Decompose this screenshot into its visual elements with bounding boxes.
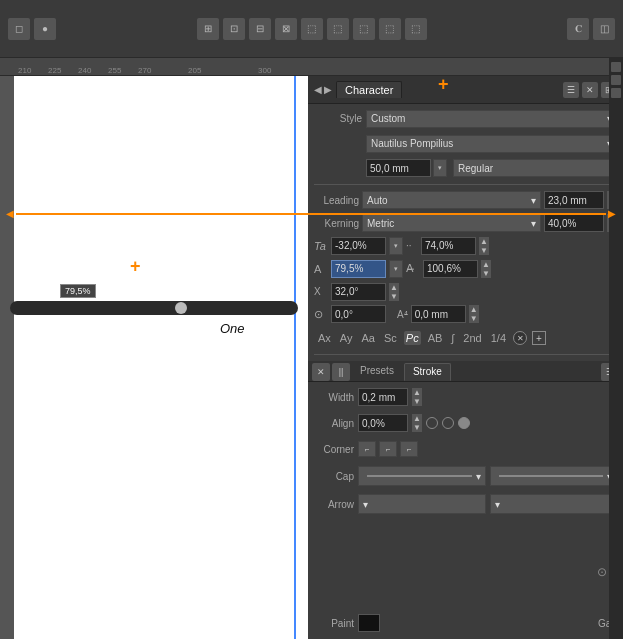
ab-icon[interactable]: AB: [426, 331, 445, 345]
leading-num-value: 23,0 mm: [548, 195, 587, 206]
toolbar-icon-10[interactable]: ⬚: [379, 18, 401, 40]
plus-square-icon[interactable]: +: [532, 331, 546, 345]
arrow-select-right[interactable]: ▾: [490, 494, 618, 514]
side-strip: [609, 58, 623, 639]
tab-presets[interactable]: Presets: [352, 363, 402, 381]
corner-icon-3[interactable]: ⌐: [400, 441, 418, 457]
tracking-spin-up[interactable]: ▲: [479, 237, 489, 246]
stroke-width-up[interactable]: ▲: [412, 388, 422, 397]
size-input[interactable]: 50,0 mm: [366, 159, 431, 177]
kerning-dropdown[interactable]: Metric ▾: [362, 214, 541, 232]
font-dropdown[interactable]: Nautilus Pompilius ▾: [366, 135, 617, 153]
corner-icon-2[interactable]: ⌐: [379, 441, 397, 457]
stroke-align-down[interactable]: ▼: [412, 423, 422, 432]
panel-icon-2[interactable]: ◫: [593, 18, 615, 40]
ax-icon[interactable]: Ax: [316, 331, 333, 345]
toolbar-icon-6[interactable]: ⊠: [275, 18, 297, 40]
kerning-num-input[interactable]: 40,0%: [544, 214, 604, 232]
corner-icon-1[interactable]: ⌐: [358, 441, 376, 457]
tracking-spinner[interactable]: ▲ ▼: [479, 237, 489, 255]
paint-swatch[interactable]: [358, 614, 380, 632]
pc-icon[interactable]: Pc: [404, 331, 421, 345]
stroke-width-spinner[interactable]: ▲ ▼: [412, 388, 422, 406]
slider-thumb[interactable]: [175, 302, 187, 314]
align-circle-3[interactable]: [458, 417, 470, 429]
style-dropdown[interactable]: Custom ▾: [366, 110, 617, 128]
width-dropdown-btn[interactable]: ▾: [389, 260, 403, 278]
baseline-spin-down[interactable]: ▼: [469, 314, 479, 323]
panel-nav-prev[interactable]: ◀: [314, 84, 322, 95]
toolbar-icon-11[interactable]: ⬚: [405, 18, 427, 40]
x-spin-down[interactable]: ▼: [389, 292, 399, 301]
sub-panel-icon2[interactable]: ||: [332, 363, 350, 381]
character-icon-bar: Ax Ay Aa Sc Pc AB ∫ 2nd 1/4 ✕ +: [314, 327, 617, 349]
baseline-spinner[interactable]: ▲ ▼: [469, 305, 479, 323]
width-spin-down[interactable]: ▼: [481, 269, 491, 278]
toolbar-icon-8[interactable]: ⬚: [327, 18, 349, 40]
panel-menu-icon[interactable]: ☰: [563, 82, 579, 98]
align-circle-2[interactable]: [442, 417, 454, 429]
leading-value: Auto: [367, 195, 388, 206]
toolbar-icon-2[interactable]: ●: [34, 18, 56, 40]
aa-icon[interactable]: Aa: [359, 331, 376, 345]
stroke-align-input[interactable]: [358, 414, 408, 432]
stroke-align-up[interactable]: ▲: [412, 414, 422, 423]
canvas-blue-line: [294, 76, 296, 639]
toolbar-icon-3[interactable]: ⊞: [197, 18, 219, 40]
2nd-icon[interactable]: 2nd: [461, 331, 483, 345]
leading-num-input[interactable]: 23,0 mm: [544, 191, 604, 209]
size-dropdown-btn[interactable]: ▾: [433, 159, 447, 177]
toolbar-icon-7[interactable]: ⬚: [301, 18, 323, 40]
side-btn-1[interactable]: [611, 62, 621, 72]
x-spinner[interactable]: ▲ ▼: [389, 283, 399, 301]
width-input[interactable]: 79,5%: [331, 260, 386, 278]
cap-select-left[interactable]: ▾: [358, 466, 486, 486]
width-spinner[interactable]: ▲ ▼: [481, 260, 491, 278]
stroke-align-row: Align ▲ ▼: [314, 412, 617, 434]
tracking-input[interactable]: -32,0%: [331, 237, 386, 255]
x-input[interactable]: 32,0°: [331, 283, 386, 301]
style-variant-dropdown[interactable]: Regular: [453, 159, 617, 177]
panel-close-icon[interactable]: ✕: [582, 82, 598, 98]
baseline-spin-up[interactable]: ▲: [469, 305, 479, 314]
side-btn-3[interactable]: [611, 88, 621, 98]
integral-icon[interactable]: ∫: [449, 331, 456, 345]
width-spin-up[interactable]: ▲: [481, 260, 491, 269]
leading-dropdown[interactable]: Auto ▾: [362, 191, 541, 209]
toolbar-icon-4[interactable]: ⊡: [223, 18, 245, 40]
tab-stroke[interactable]: Stroke: [404, 363, 451, 381]
character-panel-toggle[interactable]: 𝐂: [567, 18, 589, 40]
side-btn-2[interactable]: [611, 75, 621, 85]
baseline-input[interactable]: 0,0 mm: [411, 305, 466, 323]
stroke-width-down[interactable]: ▼: [412, 397, 422, 406]
x-circle-icon[interactable]: ✕: [513, 331, 527, 345]
arrow-select-left[interactable]: ▾: [358, 494, 486, 514]
x-spin-up[interactable]: ▲: [389, 283, 399, 292]
panel-area: ◀ ▶ Character ☰ ✕ ⊞ Style Custom ▾: [308, 76, 623, 639]
tracking-spin-down[interactable]: ▼: [479, 246, 489, 255]
cap-dropdown-arrow-left: ▾: [476, 471, 481, 482]
tracking-num-input[interactable]: 74,0%: [421, 237, 476, 255]
slider-bar[interactable]: [10, 301, 298, 315]
canvas-text-one: One: [220, 321, 245, 336]
sub-panel-icon[interactable]: ✕: [312, 363, 330, 381]
fraction-icon[interactable]: 1/4: [489, 331, 508, 345]
sc-icon[interactable]: Sc: [382, 331, 399, 345]
tracking-dropdown-btn[interactable]: ▾: [389, 237, 403, 255]
ruler-tick: 300: [258, 66, 271, 75]
panel-nav-next[interactable]: ▶: [324, 84, 332, 95]
stroke-width-input[interactable]: [358, 388, 408, 406]
ay-icon[interactable]: Ay: [338, 331, 355, 345]
arrow-dropdown-arrow-left: ▾: [363, 499, 368, 510]
toolbar-icon-9[interactable]: ⬚: [353, 18, 375, 40]
toolbar-icon-1[interactable]: ◻: [8, 18, 30, 40]
tracking-num-value: 74,0%: [425, 240, 453, 251]
rotation-input[interactable]: 0,0°: [331, 305, 386, 323]
toolbar-icon-5[interactable]: ⊟: [249, 18, 271, 40]
width-num-input[interactable]: 100,6%: [423, 260, 478, 278]
scroll-indicator[interactable]: ⊙: [595, 565, 609, 579]
align-circle-1[interactable]: [426, 417, 438, 429]
cap-select-right[interactable]: ▾: [490, 466, 618, 486]
stroke-align-spinner[interactable]: ▲ ▼: [412, 414, 422, 432]
tab-character[interactable]: Character: [336, 81, 402, 98]
